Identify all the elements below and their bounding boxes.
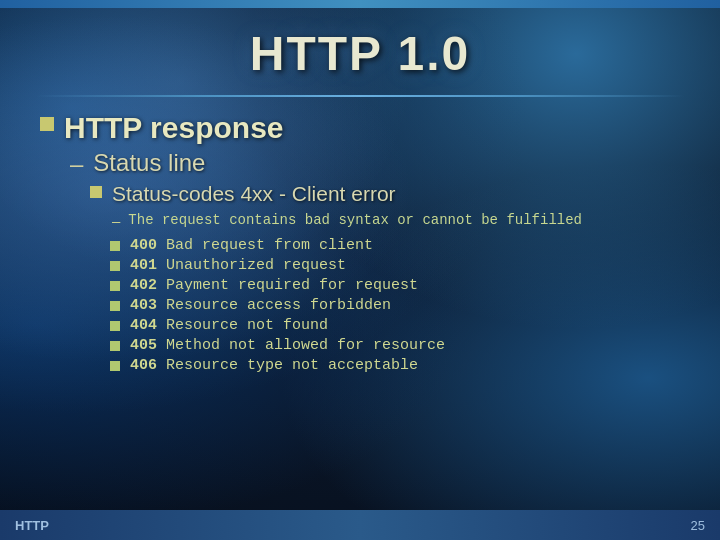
code-number: 401 [130,257,166,274]
code-bullet [110,241,120,251]
slide-title: HTTP 1.0 [0,26,720,81]
h1-label: HTTP response [64,111,284,145]
h1-bullet [40,117,54,131]
code-number: 402 [130,277,166,294]
code-row: 403Resource access forbidden [110,297,680,314]
code-bullet [110,281,120,291]
h2-dash: – [70,150,83,178]
page-number: 25 [691,518,705,533]
code-row: 406Resource type not acceptable [110,357,680,374]
bottom-left-label: HTTP [15,518,49,533]
code-row: 405Method not allowed for resource [110,337,680,354]
slide: HTTP 1.0 HTTP response – Status line Sta… [0,0,720,540]
code-description: Resource type not acceptable [166,357,418,374]
h1-item: HTTP response [40,111,680,145]
code-row: 401Unauthorized request [110,257,680,274]
code-description: Method not allowed for resource [166,337,445,354]
code-bullet [110,301,120,311]
h3-bullet [90,186,102,198]
bottom-bar: HTTP 25 [0,510,720,540]
h2-label: Status line [93,149,205,177]
code-bullet [110,261,120,271]
code-description: Resource access forbidden [166,297,391,314]
code-description: Resource not found [166,317,328,334]
code-row: 400Bad request from client [110,237,680,254]
h3-item: Status-codes 4xx - Client error [90,182,680,206]
h3-label: Status-codes 4xx - Client error [112,182,396,206]
codes-table: 400Bad request from client401Unauthorize… [110,237,680,374]
code-number: 400 [130,237,166,254]
code-description: Payment required for request [166,277,418,294]
content-area: HTTP response – Status line Status-codes… [0,101,720,387]
description-line: – The request contains bad syntax or can… [112,210,680,231]
h3-container: Status-codes 4xx - Client error – The re… [90,182,680,374]
title-area: HTTP 1.0 [0,8,720,91]
code-row: 404Resource not found [110,317,680,334]
description-text: The request contains bad syntax or canno… [128,210,582,231]
code-number: 403 [130,297,166,314]
code-bullet [110,321,120,331]
code-number: 405 [130,337,166,354]
code-number: 404 [130,317,166,334]
code-description: Bad request from client [166,237,373,254]
code-row: 402Payment required for request [110,277,680,294]
code-number: 406 [130,357,166,374]
top-bar [0,0,720,8]
code-bullet [110,341,120,351]
code-description: Unauthorized request [166,257,346,274]
code-bullet [110,361,120,371]
h2-item: – Status line [70,149,680,178]
divider [36,95,684,97]
description-dash: – [112,212,120,229]
